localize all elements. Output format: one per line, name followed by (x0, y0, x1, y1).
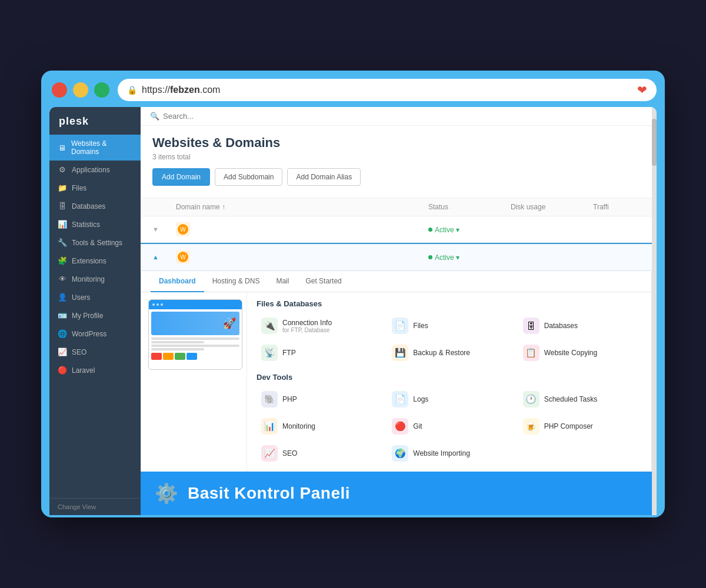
tool-monitoring[interactable]: 📊 Monitoring (257, 415, 380, 438)
sidebar-item-monitoring[interactable]: 👁 Monitoring (49, 270, 141, 288)
tabs-bar: Dashboard Hosting & DNS Mail Get Started (141, 271, 651, 292)
scrollbar[interactable] (652, 107, 657, 515)
domain-favicon: W (176, 250, 190, 264)
tool-seo[interactable]: 📈 SEO (257, 442, 380, 465)
tool-files[interactable]: 📄 Files (387, 314, 511, 338)
search-input[interactable] (163, 112, 642, 121)
website-importing-icon: 🌍 (392, 445, 408, 462)
my-profile-icon: 🪪 (58, 311, 67, 320)
url-display: https://febzen.com (142, 85, 220, 95)
files-databases-title: Files & Databases (257, 299, 642, 308)
banner-text: Basit Kontrol Paneli (188, 484, 350, 503)
search-icon: 🔍 (150, 112, 159, 121)
add-domain-alias-button[interactable]: Add Domain Alias (287, 168, 361, 186)
browser-window: 🔒 https://febzen.com ❤ plesk 🖥 Websites … (41, 71, 665, 517)
tool-logs[interactable]: 📄 Logs (387, 387, 511, 411)
files-icon: 📁 (58, 183, 67, 192)
sidebar-item-websites-domains[interactable]: 🖥 Websites & Domains (49, 135, 141, 161)
tool-git[interactable]: 🔴 Git (387, 415, 511, 438)
tab-hosting-dns[interactable]: Hosting & DNS (204, 271, 268, 292)
add-domain-button[interactable]: Add Domain (152, 168, 210, 186)
main-content: 🔍 Websites & Domains 3 items total Add D… (141, 107, 652, 515)
sidebar-item-tools-settings[interactable]: 🔧 Tools & Settings (49, 233, 141, 252)
backup-icon: 💾 (392, 345, 408, 361)
table-col-expand (152, 203, 176, 211)
table-header: Domain name ↑ Status Disk usage Traffi (141, 198, 652, 216)
sidebar-item-my-profile[interactable]: 🪪 My Profile (49, 306, 141, 325)
table-row: ▼ W Active ▾ (141, 216, 652, 243)
sidebar-item-statistics[interactable]: 📊 Statistics (49, 215, 141, 233)
sidebar-item-applications[interactable]: ⚙ Applications (49, 161, 141, 179)
scrollbar-thumb[interactable] (652, 119, 657, 166)
tool-ftp[interactable]: 📡 FTP (257, 341, 380, 365)
monitoring-tool-icon: 📊 (261, 418, 278, 435)
connection-info-icon: 🔌 (261, 318, 278, 334)
sidebar-item-databases[interactable]: 🗄 Databases (49, 197, 141, 215)
table-col-disk: Disk usage (511, 203, 593, 211)
domain-favicon: W (176, 222, 190, 236)
table-col-domain[interactable]: Domain name ↑ (176, 203, 428, 211)
monitoring-icon: 👁 (58, 275, 67, 283)
tool-connection-info[interactable]: 🔌 Connection Info for FTP, Database (257, 314, 380, 338)
php-composer-icon: 🍺 (523, 418, 540, 435)
seo-tool-icon: 📈 (261, 445, 278, 462)
page-header: Websites & Domains 3 items total Add Dom… (141, 126, 652, 198)
dev-tools-title: Dev Tools (257, 373, 642, 382)
row-collapse-icon[interactable]: ▼ (152, 226, 176, 233)
favorite-icon[interactable]: ❤ (637, 83, 647, 97)
tool-website-copying[interactable]: 📋 Website Copying (518, 341, 642, 365)
ftp-icon: 📡 (261, 345, 278, 361)
row-expand-icon[interactable]: ▲ (152, 253, 176, 260)
tool-scheduled-tasks[interactable]: 🕐 Scheduled Tasks (518, 387, 642, 411)
sidebar: plesk 🖥 Websites & Domains ⚙ Application… (49, 107, 141, 515)
sidebar-item-laravel[interactable]: 🔴 Laravel (49, 361, 141, 379)
address-bar[interactable]: 🔒 https://febzen.com ❤ (118, 79, 657, 101)
scheduled-tasks-icon: 🕐 (523, 391, 540, 407)
sidebar-item-seo[interactable]: 📈 SEO (49, 343, 141, 361)
browser-chrome: 🔒 https://febzen.com ❤ (49, 79, 657, 101)
tool-php-composer[interactable]: 🍺 PHP Composer (518, 415, 642, 438)
databases-icon: 🗄 (58, 202, 67, 211)
files-databases-grid: 🔌 Connection Info for FTP, Database 📄 Fi… (257, 314, 642, 365)
copying-icon: 📋 (523, 345, 540, 361)
page-title: Websites & Domains (152, 135, 640, 151)
laravel-icon: 🔴 (58, 366, 67, 375)
svg-text:W: W (180, 254, 186, 260)
git-icon: 🔴 (392, 418, 408, 435)
sidebar-item-users[interactable]: 👤 Users (49, 288, 141, 306)
sidebar-item-extensions[interactable]: 🧩 Extensions (49, 252, 141, 270)
action-buttons: Add Domain Add Subdomain Add Domain Alia… (152, 168, 640, 186)
table-row: ▲ W Active ▾ (141, 243, 652, 270)
tool-website-importing[interactable]: 🌍 Website Importing (387, 442, 511, 465)
maximize-button[interactable] (94, 82, 109, 98)
sidebar-item-files[interactable]: 📁 Files (49, 179, 141, 197)
tab-dashboard[interactable]: Dashboard (151, 271, 204, 292)
extensions-icon: 🧩 (58, 256, 67, 265)
websites-domains-icon: 🖥 (58, 143, 66, 152)
expanded-domain-panel: Dashboard Hosting & DNS Mail Get Started (141, 270, 652, 505)
applications-icon: ⚙ (58, 165, 67, 174)
tab-mail[interactable]: Mail (268, 271, 297, 292)
wordpress-icon: 🌐 (58, 329, 67, 338)
add-subdomain-button[interactable]: Add Subdomain (215, 168, 282, 186)
domain-status[interactable]: Active ▾ (428, 225, 511, 234)
tool-backup-restore[interactable]: 💾 Backup & Restore (387, 341, 511, 365)
table-col-status: Status (428, 203, 511, 211)
traffic-lights (52, 82, 109, 98)
users-icon: 👤 (58, 293, 67, 302)
sidebar-item-wordpress[interactable]: 🌐 WordPress (49, 325, 141, 343)
php-icon: 🐘 (261, 391, 278, 407)
svg-text:W: W (180, 226, 186, 233)
change-view-button[interactable]: Change View (49, 498, 141, 515)
table-col-traffic: Traffi (593, 203, 640, 211)
close-button[interactable] (52, 82, 67, 98)
minimize-button[interactable] (73, 82, 88, 98)
tab-get-started[interactable]: Get Started (297, 271, 349, 292)
preview-image: 🚀 (148, 299, 242, 370)
files-icon: 📄 (392, 318, 408, 334)
tool-databases[interactable]: 🗄 Databases (518, 314, 642, 338)
logs-icon: 📄 (392, 391, 408, 407)
gear-icon-large: ⚙️ (155, 482, 178, 505)
tool-php[interactable]: 🐘 PHP (257, 387, 380, 411)
domain-status[interactable]: Active ▾ (428, 252, 511, 262)
